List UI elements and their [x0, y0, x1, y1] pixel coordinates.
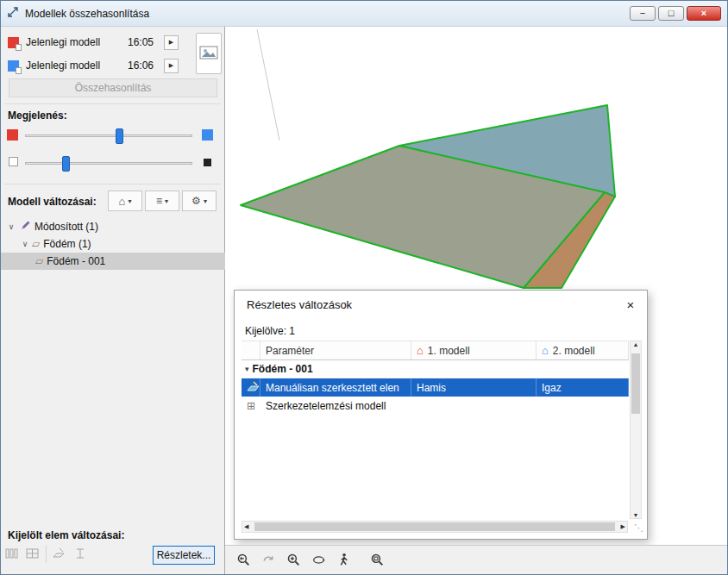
scroll-right-icon[interactable]: ▶: [621, 523, 625, 530]
resize-grip[interactable]: ⋱: [634, 522, 643, 534]
walk-button[interactable]: [332, 549, 355, 572]
red-model-icon: [7, 129, 18, 141]
model2-cell: [537, 397, 629, 415]
sidebar: Jelenlegi modell 16:05 ▶ Jelenlegi model…: [1, 27, 225, 574]
titlebar[interactable]: Modellek összehasonlítása − □ ×: [1, 1, 727, 27]
changes-table: Paraméter ⌂ 1. modell ⌂ 2. modell ▾ Födé…: [242, 341, 629, 518]
snapshot-button[interactable]: [196, 33, 222, 74]
model-changes-label: Modell változásai:: [8, 196, 97, 208]
selected-count: Kijelölve: 1: [245, 325, 295, 337]
next-zoom-button[interactable]: [257, 549, 279, 572]
tree-item-slab-group[interactable]: ∨ ▱ Födém (1): [1, 235, 225, 253]
scroll-up-icon[interactable]: ▲: [633, 341, 639, 347]
window-controls: − □ ×: [630, 6, 721, 21]
param-cell: Manuálisan szerkesztett elen: [260, 378, 411, 397]
expander-icon[interactable]: ∨: [6, 222, 16, 231]
row-icon-cell: [242, 378, 260, 397]
red-house-icon: ⌂: [417, 345, 424, 356]
vertical-scrollbar[interactable]: ▲ ▼: [630, 341, 642, 519]
tree-label: Födém - 001: [47, 255, 105, 267]
color-balance-handle[interactable]: [116, 128, 123, 144]
tree-item-slab-001[interactable]: ▱ Födém - 001: [1, 253, 225, 270]
vertical-scroll-thumb[interactable]: [631, 353, 640, 414]
scroll-left-icon[interactable]: ◀: [244, 523, 248, 530]
fit-to-window-button[interactable]: [366, 549, 388, 572]
table-row[interactable]: Manuálisan szerkesztett elen Hamis Igaz: [242, 378, 629, 397]
element-changes-toolbar: [4, 546, 88, 563]
slab-icon: ▱: [32, 238, 40, 250]
list-icon: ≡: [156, 195, 162, 207]
changes-toolbar: ⌂ ▾ ≡ ▾ ⚙ ▾: [108, 191, 217, 211]
frame-icon[interactable]: [72, 547, 88, 563]
close-panel-button[interactable]: ×: [621, 295, 640, 314]
tree-label: Födém (1): [43, 238, 91, 250]
transparent-icon: [9, 157, 18, 166]
play-icon: ▶: [169, 39, 173, 46]
table-icon[interactable]: [25, 547, 41, 563]
previous-zoom-button[interactable]: [232, 549, 254, 572]
group-row-slab-001[interactable]: ▾ Födém - 001: [242, 360, 629, 378]
window-title: Modellek összehasonlítása: [25, 8, 149, 20]
minimize-button[interactable]: −: [630, 6, 656, 21]
appearance-label: Megjelenés:: [8, 109, 67, 122]
detailed-changes-panel: Részletes változások × Kijelölve: 1 Para…: [234, 290, 648, 540]
model2-name: Jelenlegi modell: [26, 59, 128, 72]
param-cell: Szerkezetelemzési modell: [260, 397, 411, 415]
compare-models-icon: [7, 6, 19, 21]
orbit-icon: [311, 553, 326, 567]
header-model2[interactable]: ⌂ 2. modell: [537, 341, 629, 359]
header-model2-label: 2. modell: [553, 345, 595, 357]
model2-menu-button[interactable]: ▶: [164, 59, 179, 73]
model1-menu-button[interactable]: ▶: [164, 35, 179, 50]
maximize-button[interactable]: □: [658, 6, 684, 21]
group-label: Födém - 001: [253, 363, 313, 375]
pencil-icon: [20, 220, 31, 234]
blue-house-icon: ⌂: [542, 345, 549, 356]
zoom-in-button[interactable]: [282, 549, 304, 572]
zoom-back-icon: [236, 553, 251, 567]
table-row[interactable]: ⊞ Szerkezetelemzési modell: [242, 397, 629, 415]
scroll-down-icon[interactable]: ▼: [633, 512, 639, 518]
horizontal-scroll-thumb[interactable]: [254, 522, 615, 531]
list-options-button[interactable]: ≡ ▾: [145, 191, 179, 211]
collapse-icon[interactable]: ▾: [245, 365, 249, 373]
color-balance-slider[interactable]: [25, 134, 192, 137]
play-icon: ▶: [169, 62, 173, 69]
divider: [4, 184, 221, 184]
transparency-handle[interactable]: [62, 156, 70, 172]
3d-viewport[interactable]: Részletes változások × Kijelölve: 1 Para…: [225, 27, 727, 574]
slab-edit-icon[interactable]: [52, 547, 67, 563]
settings-button[interactable]: ⚙ ▾: [182, 191, 217, 211]
chevron-down-icon: ▾: [165, 197, 168, 205]
compare-button[interactable]: Összehasonlítás: [9, 78, 217, 97]
orbit-button[interactable]: [307, 549, 329, 572]
header-icon-column: [242, 341, 260, 359]
expander-icon[interactable]: ∨: [20, 240, 30, 248]
solid-icon: [204, 159, 211, 166]
row-icon-cell: ⊞: [242, 397, 260, 415]
slab-edit-icon: [247, 381, 260, 395]
slab-icon: ▱: [35, 255, 43, 267]
model-row-1[interactable]: Jelenlegi modell 16:05 ▶: [1, 31, 179, 53]
construction-line: [257, 29, 279, 141]
close-button[interactable]: ×: [687, 6, 721, 21]
horizontal-scrollbar[interactable]: ◀ ▶: [242, 521, 628, 533]
transparency-slider[interactable]: [25, 162, 192, 165]
element-filter-button[interactable]: ⌂ ▾: [108, 191, 142, 211]
fit-in-window-icon: [370, 553, 385, 567]
zoom-in-icon: [286, 553, 301, 567]
selected-element-label: Kijelölt elem változásai:: [8, 529, 124, 541]
model2-color-icon: [8, 60, 19, 72]
model-row-2[interactable]: Jelenlegi modell 16:06 ▶: [1, 54, 179, 77]
divider: [46, 546, 47, 563]
divider: [4, 103, 221, 104]
header-model1[interactable]: ⌂ 1. modell: [411, 341, 537, 359]
blue-model-icon: [202, 129, 213, 141]
model1-cell: Hamis: [411, 378, 537, 397]
walk-person-icon: [336, 553, 351, 567]
details-button[interactable]: Részletek...: [153, 546, 215, 565]
panel-title: Részletes változások: [247, 298, 352, 311]
columns-icon[interactable]: [4, 547, 20, 563]
tree-item-modified[interactable]: ∨ Módosított (1): [1, 218, 225, 235]
header-parameter[interactable]: Paraméter: [260, 341, 411, 359]
